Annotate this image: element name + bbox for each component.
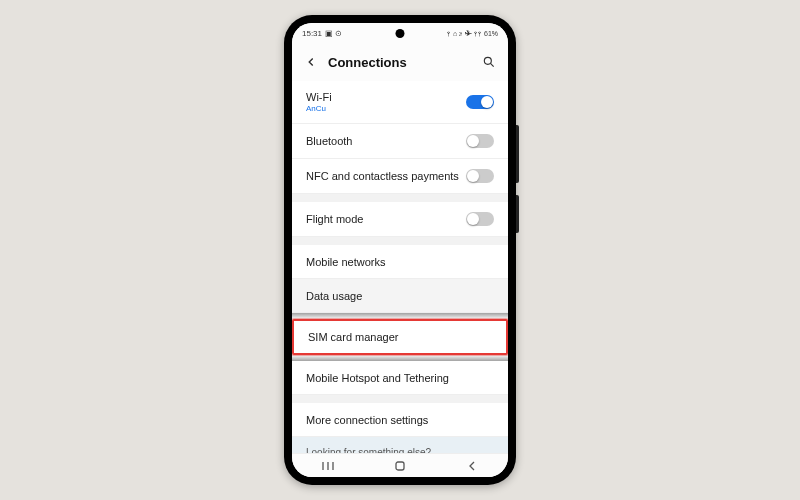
row-nfc[interactable]: NFC and contactless payments (292, 159, 508, 194)
volume-button (516, 125, 519, 183)
row-wifi[interactable]: Wi-Fi AnCu (292, 81, 508, 124)
row-sim-title: SIM card manager (308, 331, 398, 343)
row-mobile-networks[interactable]: Mobile networks (292, 245, 508, 279)
row-more-title: More connection settings (306, 414, 428, 426)
row-mobile-networks-title: Mobile networks (306, 256, 385, 268)
row-mobile-hotspot[interactable]: Mobile Hotspot and Tethering (292, 361, 508, 395)
recents-button[interactable] (320, 460, 336, 472)
status-right-icons: ⫯ ⌂ ≋ ✈ ⫯⫯ 61% (447, 30, 498, 37)
row-hotspot-title: Mobile Hotspot and Tethering (306, 372, 449, 384)
row-more-connection-settings[interactable]: More connection settings (292, 403, 508, 437)
row-flight-mode[interactable]: Flight mode (292, 202, 508, 237)
svg-rect-5 (396, 462, 404, 470)
footer-suggestions: Looking for something else? Samsung Clou… (292, 437, 508, 453)
row-bluetooth[interactable]: Bluetooth (292, 124, 508, 159)
status-left-icons: ▣ ⊙ (325, 29, 342, 38)
front-camera (396, 29, 405, 38)
status-time: 15:31 (302, 29, 322, 38)
row-bluetooth-title: Bluetooth (306, 135, 352, 147)
section-gap (292, 194, 508, 202)
wifi-toggle[interactable] (466, 95, 494, 109)
svg-point-0 (484, 57, 491, 64)
power-button (516, 195, 519, 233)
home-button[interactable] (392, 460, 408, 472)
header: Connections (292, 43, 508, 81)
page-title: Connections (328, 55, 472, 70)
navigation-bar (292, 453, 508, 477)
nfc-toggle[interactable] (466, 169, 494, 183)
svg-line-1 (490, 63, 493, 66)
section-gap (292, 237, 508, 245)
bluetooth-toggle[interactable] (466, 134, 494, 148)
search-icon[interactable] (482, 55, 496, 69)
settings-list: Wi-Fi AnCu Bluetooth NFC and contactless… (292, 81, 508, 453)
back-icon[interactable] (304, 55, 318, 69)
back-button[interactable] (464, 460, 480, 472)
row-wifi-title: Wi-Fi (306, 91, 332, 103)
row-sim-card-manager[interactable]: SIM card manager (292, 319, 508, 355)
row-flight-title: Flight mode (306, 213, 363, 225)
row-nfc-title: NFC and contactless payments (306, 170, 459, 182)
phone-frame: 15:31 ▣ ⊙ ⫯ ⌂ ≋ ✈ ⫯⫯ 61% Connections Wi-… (284, 15, 516, 485)
row-data-usage[interactable]: Data usage (292, 279, 508, 313)
flight-mode-toggle[interactable] (466, 212, 494, 226)
row-data-usage-title: Data usage (306, 290, 362, 302)
section-gap (292, 395, 508, 403)
row-wifi-sub: AnCu (306, 104, 332, 113)
screen: 15:31 ▣ ⊙ ⫯ ⌂ ≋ ✈ ⫯⫯ 61% Connections Wi-… (292, 23, 508, 477)
